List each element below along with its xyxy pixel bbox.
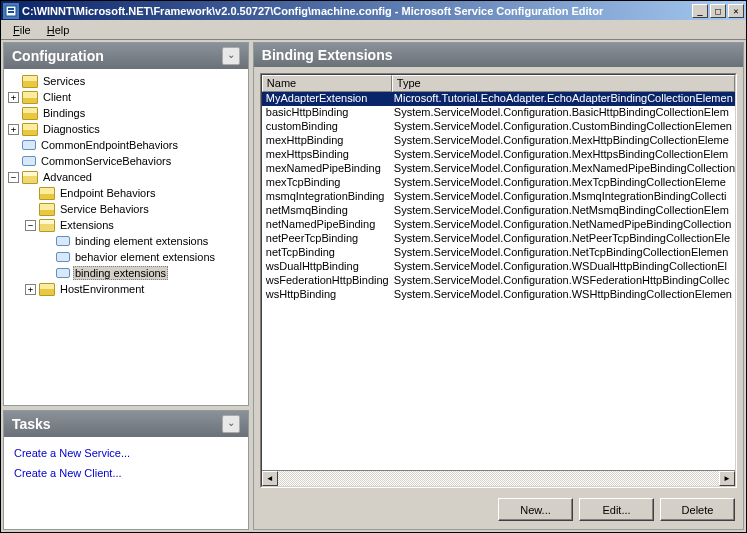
cell-type: System.ServiceModel.Configuration.MexNam… xyxy=(392,162,735,176)
tree-service-behaviors[interactable]: Service Behaviors xyxy=(23,201,246,217)
folder-open-icon xyxy=(22,171,38,184)
tree-endpoint-behaviors[interactable]: Endpoint Behaviors xyxy=(23,185,246,201)
cell-type: System.ServiceModel.Configuration.WSFede… xyxy=(392,274,735,288)
folder-icon xyxy=(22,107,38,120)
new-button[interactable]: New... xyxy=(498,498,573,521)
cell-name: mexTcpBinding xyxy=(262,176,392,190)
collapse-icon[interactable]: ⌄ xyxy=(222,415,240,433)
cell-name: wsDualHttpBinding xyxy=(262,260,392,274)
cell-type: System.ServiceModel.Configuration.WSDual… xyxy=(392,260,735,274)
cell-type: System.ServiceModel.Configuration.MexTcp… xyxy=(392,176,735,190)
list-row[interactable]: mexHttpBindingSystem.ServiceModel.Config… xyxy=(262,134,735,148)
tasks-panel-header: Tasks ⌄ xyxy=(4,411,248,437)
node-icon xyxy=(22,140,36,150)
folder-icon xyxy=(39,187,55,200)
tree-host-environment[interactable]: +HostEnvironment xyxy=(23,281,246,297)
list-row[interactable]: wsHttpBindingSystem.ServiceModel.Configu… xyxy=(262,288,735,302)
app-icon xyxy=(3,3,19,19)
cell-name: netMsmqBinding xyxy=(262,204,392,218)
list-row[interactable]: basicHttpBindingSystem.ServiceModel.Conf… xyxy=(262,106,735,120)
list-row[interactable]: netPeerTcpBindingSystem.ServiceModel.Con… xyxy=(262,232,735,246)
cell-type: System.ServiceModel.Configuration.MexHtt… xyxy=(392,134,735,148)
folder-icon xyxy=(22,123,38,136)
list-row[interactable]: mexTcpBindingSystem.ServiceModel.Configu… xyxy=(262,176,735,190)
tree-behavior-element-extensions[interactable]: behavior element extensions xyxy=(40,249,246,265)
tree-extensions[interactable]: −Extensions xyxy=(23,217,246,233)
list-row[interactable]: wsDualHttpBindingSystem.ServiceModel.Con… xyxy=(262,260,735,274)
task-create-service[interactable]: Create a New Service... xyxy=(14,443,238,463)
configuration-tree[interactable]: Services +Client Bindings +Diagnostics C… xyxy=(4,69,248,405)
cell-name: customBinding xyxy=(262,120,392,134)
cell-name: wsFederationHttpBinding xyxy=(262,274,392,288)
cell-type: System.ServiceModel.Configuration.Custom… xyxy=(392,120,735,134)
expander-icon[interactable]: − xyxy=(8,172,19,183)
column-name[interactable]: Name xyxy=(262,75,392,92)
scroll-track[interactable] xyxy=(278,471,719,486)
binding-extensions-header: Binding Extensions xyxy=(254,43,743,67)
tree-services[interactable]: Services xyxy=(6,73,246,89)
cell-type: System.ServiceModel.Configuration.MsmqIn… xyxy=(392,190,735,204)
minimize-button[interactable]: _ xyxy=(692,4,708,18)
tree-advanced[interactable]: −Advanced xyxy=(6,169,246,185)
list-row[interactable]: mexNamedPipeBindingSystem.ServiceModel.C… xyxy=(262,162,735,176)
list-row[interactable]: netTcpBindingSystem.ServiceModel.Configu… xyxy=(262,246,735,260)
expander-icon[interactable]: − xyxy=(25,220,36,231)
list-row[interactable]: netMsmqBindingSystem.ServiceModel.Config… xyxy=(262,204,735,218)
collapse-icon[interactable]: ⌄ xyxy=(222,47,240,65)
expander-icon[interactable]: + xyxy=(8,92,19,103)
list-row[interactable]: customBindingSystem.ServiceModel.Configu… xyxy=(262,120,735,134)
cell-name: netNamedPipeBinding xyxy=(262,218,392,232)
expander-icon[interactable]: + xyxy=(8,124,19,135)
extensions-list[interactable]: Name Type MyAdapterExtensionMicrosoft.Tu… xyxy=(260,73,737,488)
window-title: C:\WINNT\Microsoft.NET\Framework\v2.0.50… xyxy=(22,5,692,17)
svg-rect-1 xyxy=(8,8,14,10)
edit-button[interactable]: Edit... xyxy=(579,498,654,521)
tree-binding-element-extensions[interactable]: binding element extensions xyxy=(40,233,246,249)
titlebar[interactable]: C:\WINNT\Microsoft.NET\Framework\v2.0.50… xyxy=(1,1,746,20)
scroll-right-button[interactable]: ► xyxy=(719,471,735,486)
maximize-button[interactable]: □ xyxy=(710,4,726,18)
tree-common-endpoint-behaviors[interactable]: CommonEndpointBehaviors xyxy=(6,137,246,153)
folder-icon xyxy=(39,283,55,296)
delete-button[interactable]: Delete xyxy=(660,498,735,521)
cell-type: System.ServiceModel.Configuration.BasicH… xyxy=(392,106,735,120)
cell-type: System.ServiceModel.Configuration.NetPee… xyxy=(392,232,735,246)
close-button[interactable]: ✕ xyxy=(728,4,744,18)
column-type[interactable]: Type xyxy=(392,75,735,92)
node-icon xyxy=(56,236,70,246)
tree-binding-extensions[interactable]: binding extensions xyxy=(40,265,246,281)
cell-name: wsHttpBinding xyxy=(262,288,392,302)
menu-help[interactable]: Help xyxy=(39,22,78,38)
tree-client[interactable]: +Client xyxy=(6,89,246,105)
cell-type: System.ServiceModel.Configuration.NetMsm… xyxy=(392,204,735,218)
list-row[interactable]: wsFederationHttpBindingSystem.ServiceMod… xyxy=(262,274,735,288)
tree-bindings[interactable]: Bindings xyxy=(6,105,246,121)
cell-type: System.ServiceModel.Configuration.NetTcp… xyxy=(392,246,735,260)
list-row[interactable]: MyAdapterExtensionMicrosoft.Tutorial.Ech… xyxy=(262,92,735,106)
cell-name: msmqIntegrationBinding xyxy=(262,190,392,204)
tree-diagnostics[interactable]: +Diagnostics xyxy=(6,121,246,137)
node-icon xyxy=(22,156,36,166)
task-create-client[interactable]: Create a New Client... xyxy=(14,463,238,483)
cell-name: MyAdapterExtension xyxy=(262,92,392,106)
node-icon xyxy=(56,252,70,262)
list-row[interactable]: mexHttpsBindingSystem.ServiceModel.Confi… xyxy=(262,148,735,162)
list-row[interactable]: msmqIntegrationBindingSystem.ServiceMode… xyxy=(262,190,735,204)
cell-type: Microsoft.Tutorial.EchoAdapter.EchoAdapt… xyxy=(392,92,735,106)
folder-open-icon xyxy=(39,219,55,232)
tree-common-service-behaviors[interactable]: CommonServiceBehaviors xyxy=(6,153,246,169)
menu-file[interactable]: File xyxy=(5,22,39,38)
menubar: File Help xyxy=(1,20,746,40)
scroll-left-button[interactable]: ◄ xyxy=(262,471,278,486)
list-row[interactable]: netNamedPipeBindingSystem.ServiceModel.C… xyxy=(262,218,735,232)
tasks-title: Tasks xyxy=(12,416,51,432)
horizontal-scrollbar[interactable]: ◄ ► xyxy=(262,470,735,486)
configuration-title: Configuration xyxy=(12,48,104,64)
expander-icon[interactable]: + xyxy=(25,284,36,295)
folder-icon xyxy=(39,203,55,216)
cell-type: System.ServiceModel.Configuration.WSHttp… xyxy=(392,288,735,302)
configuration-panel-header: Configuration ⌄ xyxy=(4,43,248,69)
folder-icon xyxy=(22,91,38,104)
list-header: Name Type xyxy=(262,75,735,92)
cell-type: System.ServiceModel.Configuration.MexHtt… xyxy=(392,148,735,162)
